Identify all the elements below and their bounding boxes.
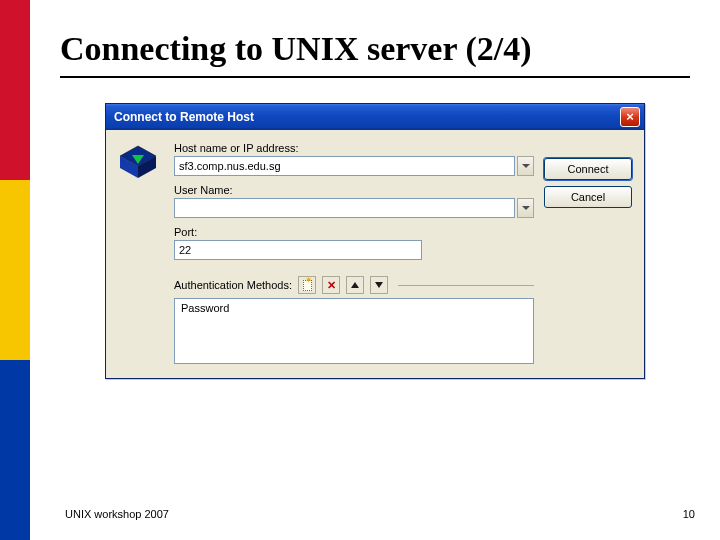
username-input[interactable] xyxy=(174,198,515,218)
move-down-icon[interactable] xyxy=(370,276,388,294)
auth-methods-list[interactable]: Password xyxy=(174,298,534,364)
connect-dialog: Connect to Remote Host × Host name or IP… xyxy=(105,103,645,379)
connect-button[interactable]: Connect xyxy=(544,158,632,180)
host-input[interactable] xyxy=(174,156,515,176)
user-label: User Name: xyxy=(174,184,534,196)
dialog-title-text: Connect to Remote Host xyxy=(114,110,620,124)
port-input[interactable] xyxy=(174,240,422,260)
close-icon[interactable]: × xyxy=(620,107,640,127)
footer-left-text: UNIX workshop 2007 xyxy=(65,508,169,520)
dialog-titlebar[interactable]: Connect to Remote Host × xyxy=(106,104,644,130)
app-logo-icon xyxy=(118,144,158,180)
list-item[interactable]: Password xyxy=(179,301,529,315)
title-rule xyxy=(60,76,690,78)
remove-method-icon[interactable]: ✕ xyxy=(322,276,340,294)
page-title: Connecting to UNIX server (2/4) xyxy=(60,30,690,68)
page-number: 10 xyxy=(683,508,695,520)
port-label: Port: xyxy=(174,226,534,238)
cancel-button[interactable]: Cancel xyxy=(544,186,632,208)
add-method-icon[interactable] xyxy=(298,276,316,294)
move-up-icon[interactable] xyxy=(346,276,364,294)
auth-separator xyxy=(398,285,534,286)
host-dropdown-icon[interactable] xyxy=(517,156,534,176)
auth-label: Authentication Methods: xyxy=(174,279,292,291)
user-dropdown-icon[interactable] xyxy=(517,198,534,218)
host-label: Host name or IP address: xyxy=(174,142,534,154)
